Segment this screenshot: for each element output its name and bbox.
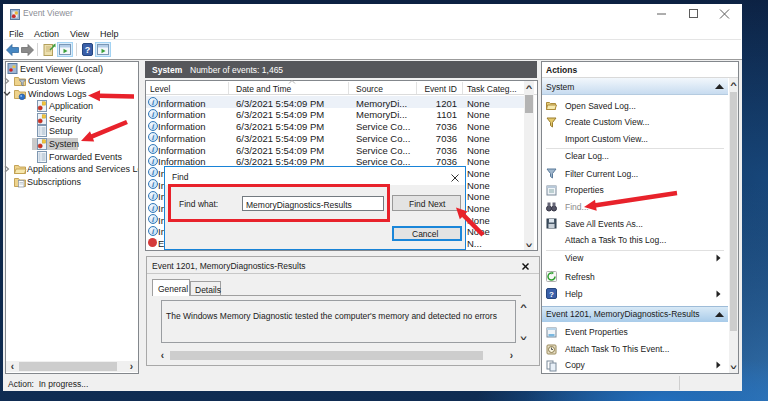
svg-text:?: ? [549,290,554,299]
